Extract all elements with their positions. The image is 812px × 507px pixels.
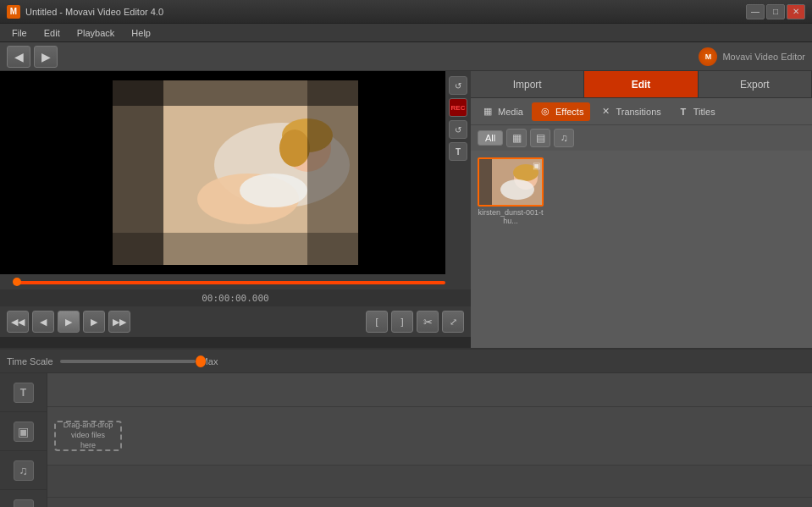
timeline-area: Time Scale Max T ▣ ♫ ♫ bbox=[0, 348, 812, 507]
title-track-row bbox=[47, 373, 812, 407]
filter-row: All ▦ ▤ ♫ bbox=[471, 125, 812, 151]
minimize-button[interactable]: — bbox=[746, 4, 765, 19]
subtab-titles-label: Titles bbox=[693, 107, 715, 117]
video-canvas: ↺ REC ↺ T bbox=[0, 71, 471, 274]
step-forward-button[interactable]: ▶ bbox=[83, 311, 105, 333]
right-panel: Import Edit Export ▦ Media ◎ Effects ✕ T… bbox=[471, 71, 812, 348]
audio2-track-icon[interactable]: ♫ bbox=[14, 499, 34, 508]
svg-point-14 bbox=[500, 179, 534, 200]
media-grid: ▣ kirsten_dunst-001-thu... bbox=[471, 151, 812, 348]
subtab-effects-label: Effects bbox=[555, 107, 583, 117]
effects-icon: ◎ bbox=[539, 106, 552, 118]
track-labels: T ▣ ♫ ♫ bbox=[0, 373, 47, 507]
toolbar: ◀ ▶ M Movavi Video Editor bbox=[0, 42, 812, 71]
time-display: 00:00:00.000 bbox=[0, 289, 471, 306]
play-button[interactable]: ▶ bbox=[58, 311, 80, 333]
track-label-audio2: ♫ bbox=[0, 490, 47, 507]
skip-forward-button[interactable]: ▶▶ bbox=[108, 311, 130, 333]
menu-edit[interactable]: Edit bbox=[36, 26, 69, 40]
redo-button[interactable]: ▶ bbox=[34, 46, 58, 68]
preview-side-controls: ↺ REC ↺ T bbox=[445, 71, 471, 274]
title-track-icon[interactable]: T bbox=[14, 383, 34, 403]
playback-controls: ◀◀ ◀ ▶ ▶ ▶▶ [ ] ✂ ⤢ bbox=[0, 306, 471, 337]
mark-in-button[interactable]: [ bbox=[366, 311, 388, 333]
menu-file[interactable]: File bbox=[3, 26, 36, 40]
video-track-icon[interactable]: ▣ bbox=[14, 422, 34, 442]
text-overlay-button[interactable]: T bbox=[449, 142, 467, 161]
rotate2-button[interactable]: ↺ bbox=[449, 120, 467, 139]
current-time: 00:00:00.000 bbox=[202, 293, 268, 304]
tab-edit[interactable]: Edit bbox=[584, 71, 698, 97]
timescale-bar: Time Scale Max bbox=[0, 350, 812, 373]
media-thumb: ▣ bbox=[478, 157, 544, 207]
subtab-effects[interactable]: ◎ Effects bbox=[532, 102, 590, 121]
svg-point-6 bbox=[240, 174, 307, 207]
audio1-track-icon[interactable]: ♫ bbox=[14, 460, 34, 481]
sub-tabs: ▦ Media ◎ Effects ✕ Transitions T Titles bbox=[471, 98, 812, 125]
menu-help[interactable]: Help bbox=[123, 26, 159, 40]
svg-point-5 bbox=[279, 130, 310, 167]
tracks-container: T ▣ ♫ ♫ Drag-and-dropvideo fileshere bbox=[0, 373, 812, 507]
main-layout: ↺ REC ↺ T 00:00:00.000 ◀◀ ◀ ▶ ▶ ▶▶ [ ] ✂ bbox=[0, 71, 812, 348]
movavi-logo: M Movavi Video Editor bbox=[699, 47, 805, 66]
zoom-button[interactable]: ⤢ bbox=[442, 311, 464, 333]
scrubber-bar[interactable] bbox=[0, 274, 471, 289]
logo-text: Movavi Video Editor bbox=[722, 52, 805, 62]
filter-audio-button[interactable]: ♫ bbox=[554, 129, 574, 147]
title-bar: M Untitled - Movavi Video Editor 4.0 — □… bbox=[0, 0, 812, 24]
titles-icon: T bbox=[677, 106, 690, 118]
video-track-row: Drag-and-dropvideo fileshere bbox=[47, 407, 812, 466]
step-back-button[interactable]: ◀ bbox=[32, 311, 54, 333]
window-title: Untitled - Movavi Video Editor 4.0 bbox=[25, 7, 746, 17]
window-controls[interactable]: — □ ✕ bbox=[746, 4, 805, 19]
menu-playback[interactable]: Playback bbox=[69, 26, 124, 40]
mark-out-button[interactable]: ] bbox=[391, 311, 413, 333]
filter-video-button[interactable]: ▦ bbox=[506, 129, 527, 147]
close-button[interactable]: ✕ bbox=[787, 4, 805, 19]
svg-rect-15 bbox=[479, 159, 492, 207]
timescale-label: Time Scale bbox=[7, 356, 53, 366]
scrubber-track bbox=[17, 281, 445, 284]
skip-back-button[interactable]: ◀◀ bbox=[7, 311, 29, 333]
subtab-transitions-label: Transitions bbox=[616, 107, 660, 117]
svg-rect-10 bbox=[113, 233, 358, 265]
track-label-video: ▣ bbox=[0, 412, 47, 451]
media-icon: ▦ bbox=[481, 106, 494, 118]
transitions-icon: ✕ bbox=[599, 106, 612, 118]
maximize-button[interactable]: □ bbox=[766, 4, 785, 19]
timescale-slider[interactable] bbox=[60, 360, 196, 363]
svg-rect-9 bbox=[113, 80, 358, 106]
subtab-titles[interactable]: T Titles bbox=[670, 102, 722, 121]
filter-image-button[interactable]: ▤ bbox=[530, 129, 550, 147]
preview-area: ↺ REC ↺ T 00:00:00.000 ◀◀ ◀ ▶ ▶ ▶▶ [ ] ✂ bbox=[0, 71, 471, 348]
tab-export[interactable]: Export bbox=[699, 71, 812, 97]
audio1-track-row bbox=[47, 466, 812, 498]
app-icon: M bbox=[7, 5, 20, 19]
menu-bar: File Edit Playback Help bbox=[0, 24, 812, 42]
timescale-handle[interactable] bbox=[196, 355, 206, 367]
logo-icon: M bbox=[699, 47, 717, 66]
track-label-audio1: ♫ bbox=[0, 451, 47, 490]
undo-button[interactable]: ◀ bbox=[7, 46, 30, 68]
subtab-media[interactable]: ▦ Media bbox=[474, 102, 530, 121]
rotate-button[interactable]: ↺ bbox=[449, 76, 467, 95]
subtab-media-label: Media bbox=[498, 107, 523, 117]
filter-all-button[interactable]: All bbox=[478, 130, 503, 146]
cut-button[interactable]: ✂ bbox=[417, 311, 439, 333]
tab-import[interactable]: Import bbox=[471, 71, 584, 97]
video-thumbnail bbox=[113, 80, 358, 265]
track-label-title: T bbox=[0, 373, 47, 412]
top-tabs: Import Edit Export bbox=[471, 71, 812, 98]
media-item[interactable]: ▣ kirsten_dunst-001-thu... bbox=[478, 157, 544, 225]
media-label: kirsten_dunst-001-thu... bbox=[478, 208, 544, 225]
rec-button[interactable]: REC bbox=[449, 98, 467, 117]
scrubber-handle[interactable] bbox=[13, 278, 21, 286]
video-drop-zone[interactable]: Drag-and-dropvideo fileshere bbox=[54, 421, 122, 451]
drop-zone-text: Drag-and-dropvideo fileshere bbox=[64, 421, 113, 450]
tracks-body: Drag-and-dropvideo fileshere bbox=[47, 373, 812, 507]
timescale-slider-container: Max bbox=[60, 356, 218, 366]
media-type-icon: ▣ bbox=[533, 161, 540, 170]
audio2-track-row bbox=[47, 498, 812, 507]
subtab-transitions[interactable]: ✕ Transitions bbox=[592, 102, 667, 121]
